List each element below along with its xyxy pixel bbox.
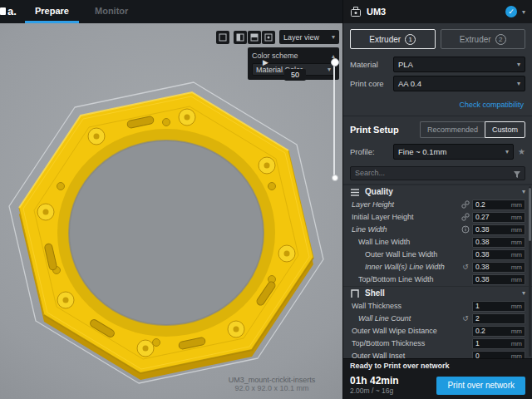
scrollbar-thumb[interactable]: [529, 188, 531, 241]
chevron-down-icon: ▾: [505, 148, 509, 155]
setting-value: 0.2: [475, 200, 511, 209]
printer-icon: [350, 6, 362, 17]
profile-value: Fine ~ 0.1mm: [398, 147, 446, 156]
setting-value: 1: [475, 339, 511, 347]
profile-dropdown[interactable]: Fine ~ 0.1mm ▾: [393, 144, 514, 160]
extruder-2-badge: 2: [495, 34, 506, 45]
reset-icon[interactable]: ↺: [461, 263, 470, 271]
material-row: Material PLA ▾: [343, 55, 532, 74]
setting-row-wall-thickness: Wall Thickness 1 mm: [343, 300, 532, 313]
printer-connected-check-icon: ✓: [505, 6, 517, 17]
chevron-down-icon: ▾: [522, 188, 525, 195]
check-compatibility-link[interactable]: Check compatibility: [459, 101, 524, 109]
printer-selector[interactable]: UM3 ✓ ▾: [343, 0, 532, 23]
layer-number-badge[interactable]: 50: [284, 69, 306, 81]
setting-input[interactable]: 0.38 mm: [472, 262, 525, 273]
simulation-play-icon[interactable]: ▶: [263, 58, 268, 66]
setting-value: 0.38: [475, 275, 511, 283]
print-button-label: Print over network: [447, 381, 515, 390]
model-dimensions: 92.0 x 92.0 x 10.1 mm: [209, 384, 334, 392]
setting-input[interactable]: 0.27 mm: [472, 212, 525, 223]
setting-unit: mm: [511, 340, 522, 347]
setting-unit: mm: [511, 264, 522, 271]
extruder-1-tab[interactable]: Extruder 1: [350, 29, 436, 49]
shell-icon: [350, 288, 360, 298]
layer-slider-bottom-handle[interactable]: [332, 175, 338, 181]
setting-row-wall-line-count: Wall Line Count ↺ 2: [343, 313, 532, 325]
quality-icon: [350, 187, 360, 197]
setting-input[interactable]: 0 mm: [472, 351, 525, 359]
view-preset-front-icon[interactable]: [234, 31, 247, 44]
setting-label: Wall Thickness: [352, 302, 472, 310]
setting-row-layer-height: Layer Height 0.2 mm: [343, 199, 532, 211]
setting-unit: mm: [511, 251, 522, 259]
material-dropdown[interactable]: PLA ▾: [393, 57, 525, 72]
setting-input[interactable]: 0.2 mm: [472, 200, 525, 210]
tab-monitor[interactable]: Monitor: [85, 0, 138, 23]
setting-label: Line Width: [352, 225, 461, 234]
setting-row-line-width: Line Width 0.38 mm: [343, 224, 532, 236]
settings-category-shell[interactable]: Shell ▾: [343, 286, 532, 300]
chevron-down-icon: ▾: [517, 61, 520, 68]
filter-icon[interactable]: [513, 167, 521, 182]
link-icon: [461, 200, 470, 209]
view-preset-top-icon[interactable]: [248, 31, 261, 44]
favorite-star-icon[interactable]: ★: [518, 147, 525, 156]
model-filename: UM3_mount-crickit-inserts: [209, 376, 334, 384]
layer-slider-track[interactable]: [333, 62, 335, 177]
setting-input[interactable]: 1 mm: [472, 301, 525, 312]
view-mode-dropdown[interactable]: Layer view ▾: [279, 30, 339, 44]
material-label: Material: [350, 60, 393, 69]
viewport-3d[interactable]: Layer view ▾ Color scheme ▴ Material Col…: [0, 23, 342, 399]
setting-label: Top/Bottom Thickness: [352, 339, 472, 347]
sidebar: UM3 ✓ ▾ Extruder 1 Extruder 2 Material P…: [342, 0, 532, 399]
setting-input[interactable]: 0.38 mm: [472, 237, 525, 248]
print-core-row: Print core AA 0.4 ▾: [343, 74, 532, 93]
print-estimates: 01h 42min 2.00m / ~ 16g: [350, 376, 430, 395]
recommended-mode-button[interactable]: Recommended: [420, 121, 485, 138]
setting-label: Layer Height: [352, 200, 461, 209]
material-value: PLA: [398, 60, 413, 69]
category-label: Quality: [365, 187, 393, 196]
model-info: UM3_mount-crickit-inserts 92.0 x 92.0 x …: [209, 376, 334, 392]
setting-label: Inner Wall(s) Line Width: [365, 263, 461, 271]
setting-value: 0: [475, 352, 511, 358]
settings-scrollbar[interactable]: [529, 186, 531, 357]
cura-logo: [0, 7, 6, 15]
setting-row-outer-wall-line-width: Outer Wall Line Width 0.38 mm: [343, 249, 532, 261]
setting-value: 0.38: [475, 250, 511, 259]
search-input[interactable]: [350, 166, 525, 180]
setting-row-outer-wall-inset: Outer Wall Inset 0 mm: [343, 350, 532, 359]
settings-list: Quality ▾ Layer Height 0.2 mm Initial La…: [343, 184, 532, 359]
setting-input[interactable]: 1 mm: [472, 338, 525, 349]
printer-status-text: Ready to Print over network: [350, 362, 450, 370]
setting-input[interactable]: 0.38 mm: [472, 224, 525, 235]
expand-view-icon[interactable]: [216, 31, 229, 44]
chevron-down-icon[interactable]: ▾: [522, 8, 525, 16]
printer-name: UM3: [367, 7, 386, 17]
extruder-2-tab[interactable]: Extruder 2: [441, 29, 526, 49]
print-over-network-button[interactable]: Print over network: [436, 377, 525, 395]
layer-slider-handle[interactable]: [331, 58, 339, 66]
print-core-dropdown[interactable]: AA 0.4 ▾: [393, 76, 525, 91]
setting-unit: mm: [511, 239, 522, 246]
setting-input[interactable]: 0.2 mm: [472, 326, 525, 337]
custom-mode-button[interactable]: Custom: [485, 121, 525, 138]
setting-row-top-bottom-line-width: Top/Bottom Line Width 0.38 mm: [343, 273, 532, 286]
setting-input[interactable]: 2: [472, 313, 525, 324]
view-mode-value: Layer view: [283, 33, 319, 42]
setting-input[interactable]: 0.38 mm: [472, 249, 525, 260]
profile-row: Profile: Fine ~ 0.1mm ▾ ★: [343, 142, 532, 161]
extruder-1-label: Extruder: [369, 35, 401, 44]
extruder-tabs: Extruder 1 Extruder 2: [343, 23, 532, 55]
chevron-down-icon: ▾: [522, 289, 525, 297]
print-time-estimate: 01h 42min: [350, 376, 430, 387]
settings-category-quality[interactable]: Quality ▾: [343, 185, 532, 199]
view-preset-side-icon[interactable]: [262, 31, 275, 44]
divider: [343, 116, 532, 116]
setting-value: 0.38: [475, 238, 511, 246]
extruder-1-badge: 1: [405, 34, 416, 45]
setting-input[interactable]: 0.38 mm: [472, 274, 525, 285]
reset-icon[interactable]: ↺: [461, 314, 470, 323]
tab-prepare[interactable]: Prepare: [25, 0, 79, 23]
